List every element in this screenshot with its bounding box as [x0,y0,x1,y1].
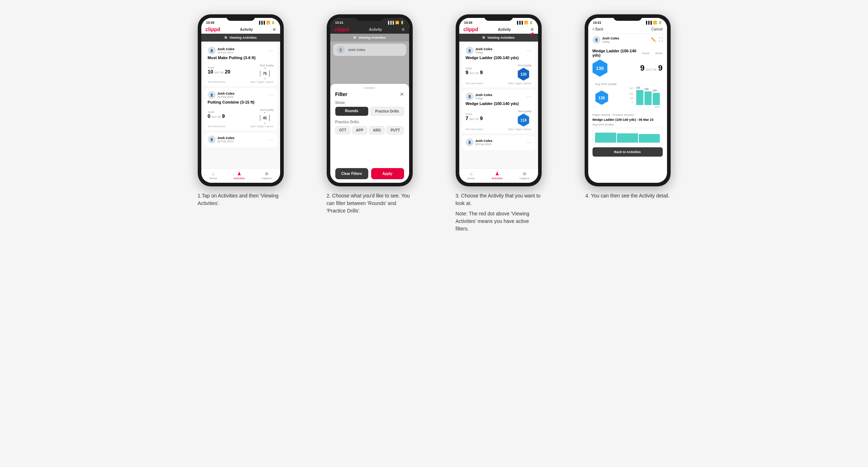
stat-score-3-1: Score 9 OUT OF 9 [466,67,483,75]
status-icons-2: ▐▐▐ 📶 🔋 [387,21,404,24]
menu-icon-3[interactable]: ≡ [531,27,533,32]
shots-val-1-1: 20 [225,69,230,75]
drill-arg[interactable]: ARG [369,126,385,134]
drill-title-4: Wedge Ladder (100-140 yds) - 06 Mar 23 [593,118,663,121]
wifi-icon-3: 📶 [524,21,528,24]
more-dots-3-1[interactable]: ··· [527,48,531,53]
card-footer-1-2: Test Information Data: Clippd Capture [208,125,274,128]
back-to-activities-btn[interactable]: Back to Activities [593,147,663,157]
nav-activities-3[interactable]: ♟ Activities [491,171,503,180]
caption-3: 3. Choose the Activity that you want to … [456,192,542,233]
card-footer-3-1: Test Information Data: Clippd Capture [466,82,532,85]
shots-val-1-2: 9 [222,113,225,119]
player-activity-section-4: Player Activity - Practice Session Wedge… [593,113,663,145]
user-text-4: Josh Coles Today [602,37,619,43]
close-filter-btn[interactable]: ✕ [400,91,404,97]
y-label-140: 140 [629,87,633,90]
detail-header-4: < Back Cancel [588,25,667,34]
score-label-1-1: Score [208,66,230,69]
drill-app[interactable]: APP [352,126,368,134]
viewing-activities-2: Viewing Activities [358,36,385,39]
more-dots-1-1[interactable]: ··· [269,48,273,53]
screen-2: 13:21 ▐▐▐ 📶 🔋 clippd Activity ≡ ⚙ Vi [330,18,409,183]
app-header-3: clippd Activity ≡ [459,25,538,34]
card-1-2[interactable]: 👤 Josh Coles 28 Feb 2023 ··· Putting Com… [204,88,277,130]
bar-label-2-4: 129 [644,88,649,90]
shots-val-3-1: 9 [480,70,483,75]
more-dots-1-2[interactable]: ··· [269,92,273,97]
more-dots-3-3[interactable]: ··· [527,140,531,145]
caption-4: 4. You can then see the Activity detail. [585,192,670,200]
expand-icon-4[interactable]: ⛶ [658,37,663,42]
nav-capture-3[interactable]: ⊕ Capture [519,171,529,180]
drill-ott[interactable]: OTT [335,126,350,134]
capture-icon-3: ⊕ [523,171,527,176]
avatar-1-2: 👤 [208,91,216,99]
quality-label-3-1: Shot Quality [518,64,531,67]
user-date-3-3: 28 Feb 2023 [475,143,493,146]
card-3-3[interactable]: 👤 Josh Coles 28 Feb 2023 ··· [462,135,535,150]
avatar-4: 👤 [593,36,600,44]
card-1-1[interactable]: 👤 Josh Coles 28 Feb 2023 ··· Must Make P… [204,44,277,86]
apply-btn[interactable]: Apply [371,168,404,179]
notch-3 [484,14,513,21]
more-dots-1-3[interactable]: ··· [269,137,273,142]
card-3-1[interactable]: 👤 Josh Coles Today ··· Wedge Ladder (100… [462,44,535,87]
card-stats-1-2: Score 0 OUT OF 9 Shot Quality [208,106,274,124]
notch-2 [355,14,384,21]
clear-filters-btn[interactable]: Clear Filters [335,168,368,179]
footer-right-1-1: Data: Clippd Capture [250,81,273,83]
y-axis-4: 140 100 50 0 [629,87,633,105]
phone-4: 13:21 ▐▐▐ 📶 🔋 < Back Cancel 👤 [585,14,671,186]
menu-icon-1[interactable]: ≡ [273,27,275,32]
header-title-3: Activity [498,28,511,32]
screen-3: 13:20 ▐▐▐ 📶 🔋 clippd Activity ≡ ⚙ Vi [459,18,538,183]
footer-left-3-2: Test Information [466,128,484,130]
status-time-3: 13:20 [464,21,473,24]
viewing-bar-3[interactable]: ⚙ Viewing Activities [459,34,538,42]
hex-outline-1-2: 45 [260,112,270,124]
column-1: 13:20 ▐▐▐ 📶 🔋 clippd Activity ≡ ⚙ Vi [183,14,298,233]
card-3-2[interactable]: 👤 Josh Coles Today ··· Wedge Ladder (100… [462,90,535,133]
status-time-4: 13:21 [593,21,601,24]
card-title-3-2: Wedge Ladder (100-140 yds) [466,101,532,106]
outof-3-1: OUT OF [469,72,479,75]
chart-hex-val-4: 130 [598,96,605,100]
user-name-1-1: Josh Coles [217,47,235,51]
logo-2: clippd [335,27,349,32]
nav-home-3[interactable]: ⌂ Home [467,171,475,180]
score-labels-4: Score Shots [642,52,662,55]
bar-2-4: 129 [644,91,652,105]
header-title-1: Activity [240,28,253,32]
y-label-50: 50 [630,97,633,100]
column-3: 13:20 ▐▐▐ 📶 🔋 clippd Activity ≡ ⚙ Vi [441,14,556,233]
score-val-3-2: 7 [466,115,469,121]
nav-activities-1[interactable]: ♟ Activities [234,171,245,180]
filter-modal-2: Filter ✕ Show Rounds Practice Drills Pra… [330,84,409,183]
card-header-1-3: 👤 Josh Coles 28 Feb 2023 ··· [208,135,274,143]
red-dot-3 [531,33,534,35]
viewing-bar-1[interactable]: ⚙ Viewing Activities [201,34,280,42]
card-title-3-1: Wedge Ladder (100-140 yds) [466,56,532,60]
nav-capture-1[interactable]: ⊕ Capture [262,171,272,180]
notch-4 [613,14,642,21]
column-2: 13:21 ▐▐▐ 📶 🔋 clippd Activity ≡ ⚙ Vi [312,14,427,233]
page-container: 13:20 ▐▐▐ 📶 🔋 clippd Activity ≡ ⚙ Vi [183,14,685,233]
status-time-2: 13:21 [335,21,344,24]
drill-putt[interactable]: PUTT [387,126,404,134]
rounds-tab[interactable]: Rounds [335,107,368,116]
out-of-4: OUT OF [646,68,657,71]
user-name-1-2: Josh Coles [217,92,235,95]
cancel-btn-4[interactable]: Cancel [651,27,662,31]
card-header-3-2: 👤 Josh Coles Today ··· [466,92,532,100]
card-1-3[interactable]: 👤 Josh Coles 28 Feb 2023 ··· [204,133,277,147]
practice-drills-tab[interactable]: Practice Drills [370,107,404,116]
activity-list-3: 👤 Josh Coles Today ··· Wedge Ladder (100… [459,42,538,168]
edit-icon-4[interactable]: ✏️ [651,37,656,42]
more-dots-3-2[interactable]: ··· [527,94,531,99]
user-text-3-3: Josh Coles 28 Feb 2023 [475,139,493,146]
back-btn-4[interactable]: < Back [593,27,604,31]
nav-home-1[interactable]: ⌂ Home [210,171,217,180]
menu-icon-2[interactable]: ≡ [402,27,404,32]
chart-y-labels-4: 140 100 50 0 132 [610,87,660,105]
